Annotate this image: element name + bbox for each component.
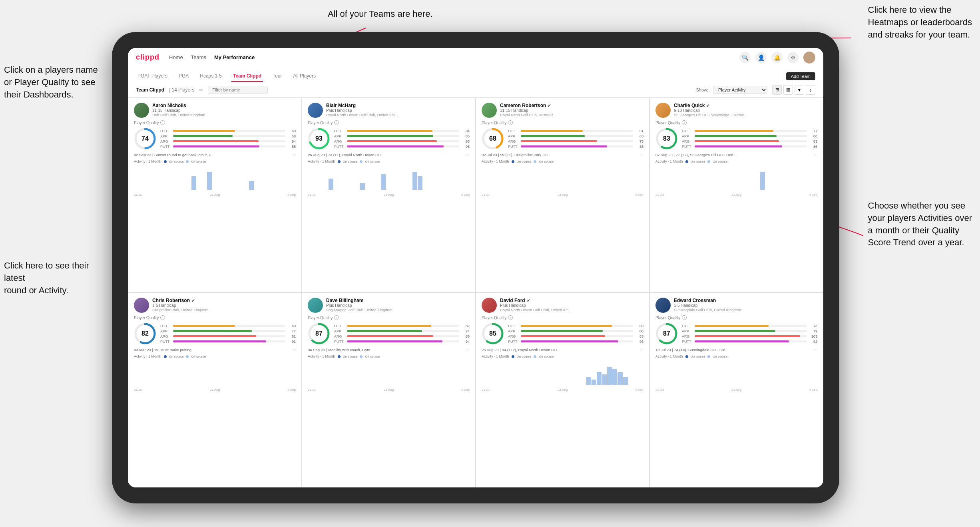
score-circle[interactable]: 83	[655, 127, 678, 150]
tab-pga[interactable]: PGA	[177, 71, 190, 82]
last-round[interactable]: 04 Sep 23 | Mobility with coach, Gym →	[308, 347, 470, 352]
chart-bar	[623, 377, 628, 385]
sort-icon[interactable]: ↕	[806, 85, 815, 95]
view-icons: ⊞ ▦ ▼ ↕	[772, 85, 815, 95]
player-name[interactable]: Blair McHarg	[326, 103, 470, 108]
nav-link-teams[interactable]: Teams	[191, 53, 206, 62]
bell-icon[interactable]: 🔔	[771, 52, 783, 63]
last-round[interactable]: 02 Jul 23 | 59 (+1), Craigmillar Park GC…	[482, 152, 643, 157]
player-name[interactable]: Charlie Quick ✔	[674, 103, 817, 108]
show-select[interactable]: Player Activity Quality Score Trend	[713, 86, 767, 94]
score-circle[interactable]: 74	[134, 127, 156, 150]
profile-icon[interactable]: 👤	[755, 52, 767, 63]
player-name[interactable]: Cameron Robertson ✔	[500, 103, 643, 108]
player-name[interactable]: David Ford ✔	[500, 298, 643, 303]
tab-all-players[interactable]: All Players	[291, 71, 317, 82]
putt-bar-container	[347, 145, 459, 147]
stat-bars: OTT 73 APP 79 ARG	[682, 324, 817, 344]
ott-bar-container	[521, 130, 633, 132]
last-round[interactable]: 26 Aug 23 | 73 (+1), Royal North Devon G…	[308, 152, 470, 157]
player-club: Sog Maging Golf Club, United Kingdom	[326, 308, 470, 312]
putt-bar	[521, 340, 618, 342]
arg-bar	[521, 335, 605, 337]
chart-label-end: 4 Sep	[287, 193, 296, 197]
chart-labels: 31 Jul 21 Aug 4 Sep	[655, 193, 817, 197]
quality-row[interactable]: 74 OTT 60 APP 58 ARG	[134, 127, 296, 150]
stat-row-arg: ARG 103	[682, 334, 817, 338]
team-header: Team Clippd | 14 Players ✏ Show: Player …	[128, 82, 823, 97]
arg-value: 85	[461, 334, 470, 338]
next-arrow-icon: →	[291, 152, 296, 157]
putt-bar-container	[521, 145, 633, 147]
quality-row[interactable]: 68 OTT 61 APP 63 ARG	[482, 127, 643, 150]
quality-row[interactable]: 83 OTT 77 APP 80 ARG	[655, 127, 817, 150]
last-round[interactable]: 03 Mar 23 | 19, Must make putting →	[134, 347, 296, 352]
player-header: Cameron Robertson ✔ 11-15 Handicap Royal…	[482, 103, 643, 118]
score-circle[interactable]: 82	[134, 322, 156, 345]
player-name[interactable]: Aaron Nicholls	[152, 103, 296, 108]
last-round[interactable]: 07 Aug 23 | 77 (+7), St George's Hill GC…	[655, 152, 817, 157]
player-club: Craigmillar Park, United Kingdom	[152, 308, 296, 312]
player-name[interactable]: Edward Crossman	[674, 298, 817, 303]
grid-view-icon[interactable]: ⊞	[772, 85, 782, 95]
ott-value: 60	[287, 324, 296, 328]
quality-label: Player Quality i	[482, 315, 643, 320]
list-view-icon[interactable]: ▦	[783, 85, 793, 95]
nav-link-home[interactable]: Home	[169, 53, 183, 62]
ott-bar-container	[521, 325, 633, 327]
on-course-dot	[685, 355, 688, 358]
tab-pgat-players[interactable]: PGAT Players	[136, 71, 169, 82]
chart-bar	[249, 181, 254, 190]
putt-bar	[173, 145, 259, 147]
player-card: Cameron Robertson ✔ 11-15 Handicap Royal…	[476, 97, 649, 292]
last-round[interactable]: 26 Aug 23 | 84 (+12), Royal North Devon …	[482, 347, 643, 352]
nav-link-myperformance[interactable]: My Performance	[214, 53, 255, 62]
tab-team-clippd[interactable]: Team Clippd	[231, 71, 263, 82]
score-circle[interactable]: 93	[308, 127, 330, 150]
on-course-label: On course	[343, 355, 358, 358]
app-value: 77	[287, 329, 296, 333]
off-course-dot	[534, 355, 536, 358]
chart-bar	[760, 172, 765, 190]
app-bar	[521, 330, 603, 332]
ott-bar-container	[347, 130, 459, 132]
arg-label: ARG	[508, 139, 519, 143]
stat-bars: OTT 61 APP 63 ARG	[508, 129, 643, 149]
arg-bar	[695, 335, 800, 337]
score-circle[interactable]: 87	[655, 322, 678, 345]
score-circle[interactable]: 68	[482, 127, 504, 150]
putt-bar	[347, 340, 442, 342]
quality-row[interactable]: 87 OTT 82 APP 74 ARG	[308, 322, 470, 345]
player-name[interactable]: Dave Billingham	[326, 298, 470, 303]
score-circle[interactable]: 85	[482, 322, 504, 345]
player-header: Blair McHarg Plus Handicap Royal North D…	[308, 103, 470, 118]
avatar[interactable]	[803, 52, 815, 64]
stat-row-putt: PUTT 92	[682, 340, 817, 344]
quality-row[interactable]: 87 OTT 73 APP 79 ARG	[655, 322, 817, 345]
quality-row[interactable]: 93 OTT 84 APP 85 ARG	[308, 127, 470, 150]
app-value: 74	[461, 329, 470, 333]
tab-tour[interactable]: Tour	[271, 71, 283, 82]
putt-label: PUTT	[682, 145, 693, 149]
player-name[interactable]: Chris Robertson ✔	[152, 298, 296, 303]
quality-row[interactable]: 85 OTT 89 APP 80 ARG	[482, 322, 643, 345]
tab-hcaps[interactable]: Hcaps 1-5	[198, 71, 223, 82]
chart-label-end: 4 Sep	[635, 193, 643, 197]
ott-value: 73	[809, 324, 817, 328]
settings-icon[interactable]: ⚙	[787, 52, 799, 63]
score-circle[interactable]: 87	[308, 322, 330, 345]
stat-row-arg: ARG 83	[508, 334, 643, 338]
search-input[interactable]	[208, 86, 268, 94]
edit-icon[interactable]: ✏	[199, 87, 203, 93]
next-arrow-icon: →	[291, 347, 296, 352]
quality-row[interactable]: 82 OTT 60 APP 77 ARG	[134, 322, 296, 345]
last-round[interactable]: 18 Jul 23 | 74 (+4), Sunningdale GC - Ol…	[655, 347, 817, 352]
last-round[interactable]: 02 Sep 23 | Sunset round to get back int…	[134, 152, 296, 157]
arg-value: 103	[809, 334, 817, 338]
info-icon: i	[682, 120, 687, 125]
search-icon[interactable]: 🔍	[739, 52, 751, 63]
add-team-button[interactable]: Add Team	[786, 72, 815, 80]
activity-chart	[134, 361, 296, 385]
filter-icon[interactable]: ▼	[795, 85, 804, 95]
chart-labels: 31 Jul 21 Aug 4 Sep	[134, 193, 296, 197]
